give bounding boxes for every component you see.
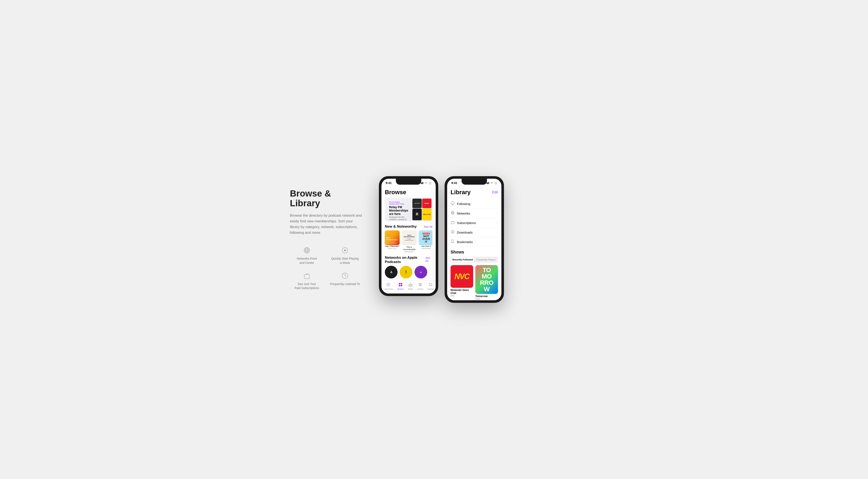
library-item-label-following: Following <box>457 202 470 206</box>
featured-sub: Podcasts for the creative, curious & obs… <box>387 216 410 221</box>
podcast-card-may[interactable]: MAY IELABORATE? DAILY WISDOM FROM W/SMOK… <box>385 230 400 253</box>
search-icon-browse <box>429 282 433 287</box>
edit-button[interactable]: Edit <box>492 191 498 194</box>
nvc-art: NVC <box>451 265 473 288</box>
svg-rect-26 <box>419 283 422 284</box>
seg-frequently-played[interactable]: Frequently Played <box>474 257 498 262</box>
page-wrapper: Browse & Library Browse the directory by… <box>286 176 582 303</box>
library-item-label-bookmarks: Bookmarks <box>457 240 473 244</box>
nav-library[interactable]: Library <box>417 282 423 290</box>
show-source-tomorrow: Input <box>475 298 498 300</box>
may-art: MAY IELABORATE? DAILY WISDOM FROM W/SMOK… <box>385 230 400 245</box>
podcast-card-uncomfortable[interactable]: THIS ISUNCOMFORTABLE FROM MARKETPLACE Th… <box>402 230 416 253</box>
bookmarks-icon <box>451 240 455 244</box>
library-item-bookmarks-left: Bookmarks <box>451 240 473 244</box>
featured-banner[interactable]: FEATURED SUBSCRIPTION Relay FM Membershi… <box>385 198 432 221</box>
clock-icon <box>342 271 348 280</box>
nav-search-browse[interactable]: Search <box>428 282 434 290</box>
bag-icon <box>304 271 310 280</box>
subscriptions-icon <box>451 220 455 225</box>
svg-point-35 <box>492 183 492 184</box>
library-status-bar: 9:41 ⬜ <box>447 179 501 186</box>
library-item-following-left: Following <box>451 201 470 206</box>
show-source-nvc: IGN <box>451 295 473 297</box>
featured-label: FEATURED SUBSCRIPTION <box>387 200 410 205</box>
library-phone: 9:41 ⬜ Library Edit <box>444 176 504 303</box>
page-title: Browse & Library <box>290 189 362 208</box>
new-noteworthy-header: New & Noteworthy See All <box>385 225 432 229</box>
notover-text: NOTOVERIT <box>422 235 430 243</box>
show-card-tomorrow[interactable]: TOMORROW Tomorrow Input <box>475 265 498 300</box>
notover-badge: POPULAR <box>423 233 430 234</box>
nav-label-radio: Radio <box>408 288 413 290</box>
nav-label-library-browse: Library <box>417 288 423 290</box>
networks-title: Networks on Apple Podcasts <box>385 255 425 264</box>
show-card-nvc[interactable]: NVC Nintendo Voice Chat IGN <box>451 265 473 300</box>
browse-phone: 9:41 ⬜ Browse FEATURE <box>379 176 438 296</box>
notover-art: POPULAR NOTOVERIT <box>419 230 432 245</box>
feature-quickly-start-playing: Quickly Start Playinga Show <box>328 246 362 265</box>
podcast-name-may: May I Elaborate? <box>385 245 400 247</box>
svg-line-30 <box>431 285 432 286</box>
svg-rect-36 <box>451 202 454 204</box>
shows-grid: NVC Nintendo Voice Chat IGN TOMORROW <box>451 265 498 300</box>
nav-label-browse: Browse <box>397 288 404 290</box>
bookmarks-chevron: › <box>497 240 498 243</box>
nav-radio[interactable]: Radio <box>408 282 413 290</box>
nav-browse[interactable]: Browse <box>397 282 404 290</box>
svg-rect-7 <box>304 274 309 279</box>
svg-rect-20 <box>399 285 400 286</box>
library-title: Library <box>451 189 471 196</box>
svg-rect-33 <box>488 182 489 184</box>
svg-rect-28 <box>419 285 422 286</box>
browse-status-time: 9:41 <box>386 181 392 185</box>
svg-rect-34 <box>489 182 490 184</box>
nav-label-search-browse: Search <box>428 288 434 290</box>
svg-point-15 <box>426 183 426 184</box>
library-title-row: Library Edit <box>451 188 498 199</box>
networks-see-all[interactable]: See All <box>425 256 432 263</box>
networks-chevron: › <box>497 211 498 215</box>
library-icon <box>418 282 422 287</box>
browse-title: Browse <box>385 188 432 198</box>
podcast-source-notover: iHeartRadio <box>419 247 432 249</box>
library-item-subscriptions[interactable]: Subscriptions › <box>451 218 498 228</box>
network-circle-2[interactable]: ! <box>400 266 412 278</box>
browse-phone-screen: 9:41 ⬜ Browse FEATURE <box>381 179 436 294</box>
library-menu: Following › Networks <box>451 199 498 247</box>
library-item-following[interactable]: Following › <box>451 199 498 209</box>
library-item-networks-left: Networks <box>451 211 470 215</box>
browse-scroll: Browse FEATURED SUBSCRIPTION Relay FM Me… <box>381 186 436 281</box>
play-circle-icon <box>342 246 348 254</box>
podcast-card-notover[interactable]: POPULAR NOTOVERIT Not Over It iHeartRadi… <box>419 230 432 253</box>
svg-rect-12 <box>422 182 422 184</box>
svg-line-10 <box>345 276 346 277</box>
following-icon <box>451 201 455 206</box>
feature-networks-front-center: Networks Frontand Center <box>290 246 324 265</box>
new-noteworthy-see-all[interactable]: See All <box>424 225 432 228</box>
show-title-tomorrow: Tomorrow <box>475 295 498 298</box>
uncomfortable-art: THIS ISUNCOMFORTABLE FROM MARKETPLACE <box>402 230 416 245</box>
phones-container: 9:41 ⬜ Browse FEATURE <box>379 176 504 303</box>
svg-rect-18 <box>399 283 400 284</box>
library-item-label-networks: Networks <box>457 211 470 215</box>
segmented-control: Recently Followed Frequently Played <box>451 256 498 263</box>
feature-label-subscriptions: See Just YourPaid Subscriptions <box>294 282 319 290</box>
svg-rect-14 <box>424 182 424 184</box>
podcast-name-notover: Not Over It <box>419 245 432 247</box>
svg-rect-42 <box>451 221 454 224</box>
library-item-networks[interactable]: Networks › <box>451 209 498 218</box>
podcast-source-uncomfortable: Marketplace <box>402 251 416 253</box>
network-circle-3[interactable]: ● <box>414 266 427 278</box>
show-title-nvc: Nintendo Voice Chat <box>451 288 473 295</box>
new-noteworthy-title: New & Noteworthy <box>385 225 416 229</box>
network-circle-1[interactable]: A <box>385 266 398 278</box>
nav-listen-now[interactable]: Listen Now <box>383 282 393 290</box>
networks-row: A ! ● <box>385 266 432 278</box>
seg-recently-followed[interactable]: Recently Followed <box>451 257 474 262</box>
svg-rect-21 <box>401 285 402 286</box>
library-item-downloads[interactable]: Downloads › <box>451 228 498 237</box>
svg-rect-11 <box>421 182 422 184</box>
globe-icon <box>304 246 310 254</box>
library-item-bookmarks[interactable]: Bookmarks › <box>451 237 498 247</box>
